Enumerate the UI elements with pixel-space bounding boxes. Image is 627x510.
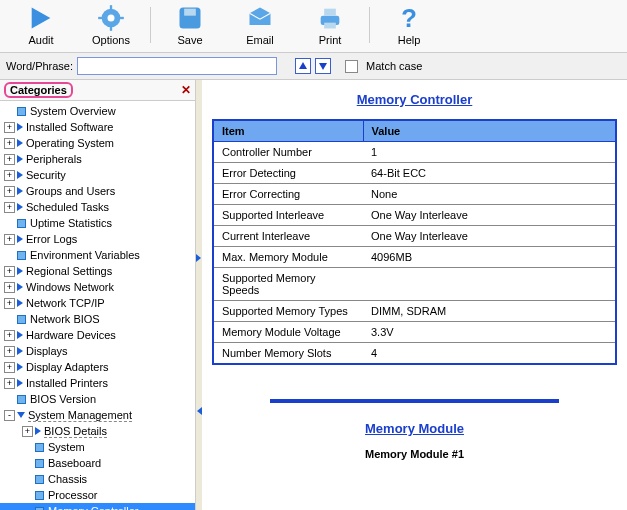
cell-value: One Way Interleave: [363, 226, 616, 247]
sidebar-close-button[interactable]: ✕: [181, 83, 191, 97]
tree-item[interactable]: +Installed Printers: [0, 375, 195, 391]
expand-icon[interactable]: +: [4, 266, 15, 277]
expand-icon[interactable]: +: [22, 426, 33, 437]
cell-item: Max. Memory Module: [213, 247, 363, 268]
tree-item[interactable]: +Operating System: [0, 135, 195, 151]
folder-arrow-icon: [17, 155, 23, 163]
cell-value: 1: [363, 142, 616, 163]
help-button[interactable]: ? Help: [374, 2, 444, 48]
tree-item[interactable]: System: [0, 439, 195, 455]
disk-icon: [176, 4, 204, 32]
expand-placeholder: [22, 458, 33, 469]
tree-item[interactable]: +Network TCP/IP: [0, 295, 195, 311]
tree-item[interactable]: Chassis: [0, 471, 195, 487]
match-case-checkbox[interactable]: [345, 60, 358, 73]
tree-item-label: Security: [26, 169, 66, 181]
printer-icon: [316, 4, 344, 32]
email-button[interactable]: Email: [225, 2, 295, 48]
svg-rect-4: [110, 26, 112, 31]
table-row: Supported Memory Speeds: [213, 268, 616, 301]
audit-button[interactable]: Audit: [6, 2, 76, 48]
print-label: Print: [319, 34, 342, 46]
table-row: Error Detecting64-Bit ECC: [213, 163, 616, 184]
expand-icon[interactable]: +: [4, 170, 15, 181]
item-square-icon: [35, 459, 44, 468]
item-square-icon: [35, 507, 44, 511]
expand-icon[interactable]: +: [4, 330, 15, 341]
tree-item[interactable]: +Scheduled Tasks: [0, 199, 195, 215]
section-title-memory-controller: Memory Controller: [212, 92, 617, 107]
tree-item[interactable]: Baseboard: [0, 455, 195, 471]
arrow-up-icon: [298, 61, 308, 71]
tree-item[interactable]: Environment Variables: [0, 247, 195, 263]
tree-item[interactable]: +Hardware Devices: [0, 327, 195, 343]
expand-icon[interactable]: +: [4, 346, 15, 357]
expand-icon[interactable]: +: [4, 298, 15, 309]
expand-icon[interactable]: +: [4, 202, 15, 213]
table-row: Supported InterleaveOne Way Interleave: [213, 205, 616, 226]
tree-item[interactable]: Memory Controller: [0, 503, 195, 510]
tree-item[interactable]: +Displays: [0, 343, 195, 359]
folder-arrow-icon: [17, 331, 23, 339]
item-square-icon: [35, 443, 44, 452]
cell-item: Number Memory Slots: [213, 343, 363, 365]
expand-icon[interactable]: +: [4, 138, 15, 149]
tree-item[interactable]: +Windows Network: [0, 279, 195, 295]
tree-item[interactable]: Uptime Statistics: [0, 215, 195, 231]
search-input[interactable]: [77, 57, 277, 75]
item-square-icon: [35, 475, 44, 484]
tree-item[interactable]: Processor: [0, 487, 195, 503]
cell-value: 4096MB: [363, 247, 616, 268]
item-square-icon: [17, 219, 26, 228]
folder-arrow-icon: [17, 299, 23, 307]
tree-item[interactable]: +Security: [0, 167, 195, 183]
tree-item[interactable]: Network BIOS: [0, 311, 195, 327]
tree-item[interactable]: +Installed Software: [0, 119, 195, 135]
save-button[interactable]: Save: [155, 2, 225, 48]
gear-icon: [97, 4, 125, 32]
expand-icon[interactable]: +: [4, 154, 15, 165]
expand-icon[interactable]: +: [4, 234, 15, 245]
expand-placeholder: [22, 474, 33, 485]
tree-item[interactable]: BIOS Version: [0, 391, 195, 407]
tree-item[interactable]: +Regional Settings: [0, 263, 195, 279]
tree-item-label: Scheduled Tasks: [26, 201, 109, 213]
cell-value: 4: [363, 343, 616, 365]
tree-item[interactable]: -System Management: [0, 407, 195, 423]
item-square-icon: [17, 395, 26, 404]
search-prev-button[interactable]: [295, 58, 311, 74]
tree-item[interactable]: +Error Logs: [0, 231, 195, 247]
email-label: Email: [246, 34, 274, 46]
expand-icon[interactable]: +: [4, 186, 15, 197]
expand-placeholder: [4, 250, 15, 261]
cell-value: DIMM, SDRAM: [363, 301, 616, 322]
toolbar-separator: [150, 7, 151, 43]
tree-item[interactable]: +Groups and Users: [0, 183, 195, 199]
expand-icon[interactable]: +: [4, 362, 15, 373]
svg-text:?: ?: [401, 4, 417, 32]
tree-item-label: Hardware Devices: [26, 329, 116, 341]
tree-item[interactable]: System Overview: [0, 103, 195, 119]
svg-rect-11: [324, 23, 336, 29]
options-button[interactable]: Options: [76, 2, 146, 48]
col-value: Value: [363, 120, 616, 142]
print-button[interactable]: Print: [295, 2, 365, 48]
expand-icon[interactable]: +: [4, 378, 15, 389]
tree-item-label: Environment Variables: [30, 249, 140, 261]
tree-item[interactable]: +BIOS Details: [0, 423, 195, 439]
tree-item[interactable]: +Display Adapters: [0, 359, 195, 375]
item-square-icon: [35, 491, 44, 500]
envelope-icon: [246, 4, 274, 32]
expand-icon[interactable]: +: [4, 282, 15, 293]
search-next-button[interactable]: [315, 58, 331, 74]
expand-icon[interactable]: +: [4, 122, 15, 133]
tree-item[interactable]: +Peripherals: [0, 151, 195, 167]
tree-item-label: Error Logs: [26, 233, 77, 245]
tree-item-label: BIOS Version: [30, 393, 96, 405]
tree-item-label: System: [48, 441, 85, 453]
category-tree[interactable]: System Overview+Installed Software+Opera…: [0, 101, 195, 510]
collapse-icon[interactable]: -: [4, 410, 15, 421]
cell-value: None: [363, 184, 616, 205]
folder-arrow-icon: [17, 123, 23, 131]
table-row: Max. Memory Module4096MB: [213, 247, 616, 268]
